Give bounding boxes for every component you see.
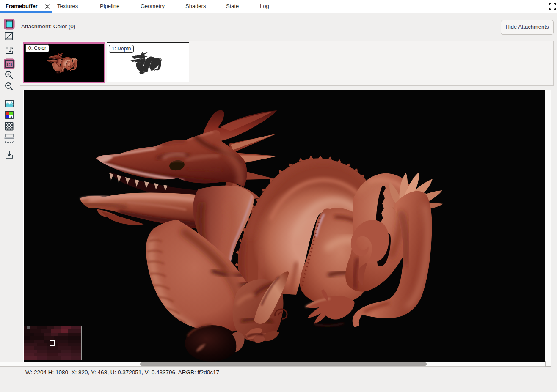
svg-text:1:1: 1:1	[6, 62, 13, 67]
svg-text:A: A	[10, 115, 12, 118]
